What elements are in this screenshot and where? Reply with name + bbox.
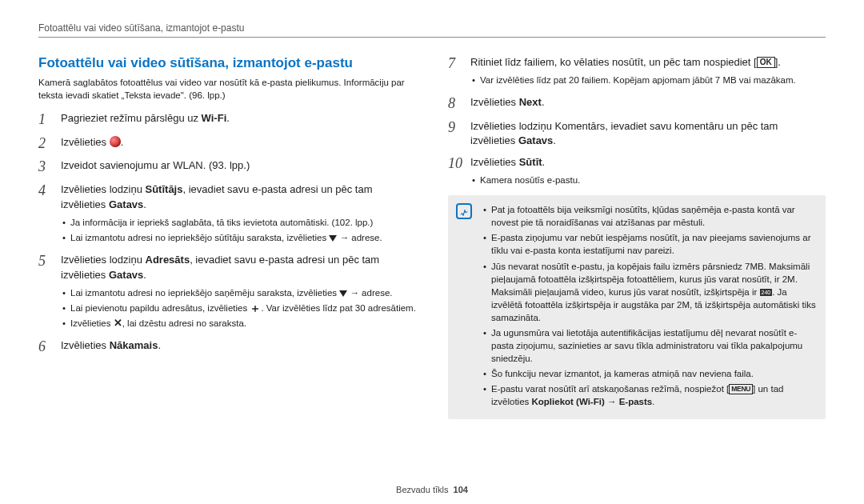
menu-icon: MENU: [729, 384, 753, 394]
plus-icon: ＋: [250, 302, 261, 314]
bullet: Lai izmantotu adresi no iepriekšējo saņē…: [61, 286, 416, 299]
bullet: Lai pievienotu papildu adresātus, izvēli…: [61, 302, 416, 314]
step-text: Izvēlieties: [61, 136, 110, 148]
bullet: Var izvēlēties līdz pat 20 failiem. Kopē…: [470, 74, 826, 86]
step-number: 10: [448, 155, 462, 189]
note-item: Jūs nevarat nosūtīt e-pastu, ja kopējais…: [482, 260, 816, 324]
step-10: 10 Izvēlieties Sūtīt. Kamera nosūtīs e-p…: [448, 155, 826, 189]
intro-text: Kamerā saglabātos fotoattēlus vai video …: [38, 76, 416, 102]
bullet: Ja informācija ir iepriekš saglabāta, tā…: [61, 216, 416, 229]
step-number: 4: [38, 182, 53, 246]
note-item: E-pasta ziņojumu var nebūt iespējams nos…: [482, 231, 816, 257]
left-column: Fotoattēlu vai video sūtīšana, izmantojo…: [38, 55, 416, 419]
resolution-icon: 240: [760, 289, 773, 296]
note-item: E-pastu varat nosūtīt arī atskaņošanas r…: [482, 382, 816, 408]
ok-icon: OK: [757, 57, 775, 68]
right-column: 7 Ritiniet līdz failiem, ko vēlaties nos…: [448, 55, 826, 419]
step-number: 6: [38, 338, 53, 356]
step-number: 8: [448, 95, 462, 113]
breadcrumb: Fotoattēlu vai video sūtīšana, izmantojo…: [38, 22, 826, 38]
email-icon: [110, 136, 121, 147]
bullet: Kamera nosūtīs e-pastu.: [470, 174, 826, 186]
bullet: Lai izmantotu adresi no iepriekšējo sūtī…: [61, 231, 416, 244]
step-number: 9: [448, 119, 462, 150]
page-title: Fotoattēlu vai video sūtīšana, izmantojo…: [38, 55, 416, 71]
chevron-down-icon: [329, 235, 337, 242]
step-number: 1: [38, 111, 53, 129]
note-item: Pat ja fotoattēls bija veiksmīgi nosūtīt…: [482, 203, 816, 229]
wifi-label: Wi-Fi: [202, 112, 227, 124]
info-icon: [456, 203, 472, 219]
step-6: 6 Izvēlieties Nākamais.: [38, 338, 416, 356]
step-number: 3: [38, 158, 53, 176]
step-number: 2: [38, 135, 53, 153]
step-7: 7 Ritiniet līdz failiem, ko vēlaties nos…: [448, 55, 826, 89]
note-item: Ja ugunsmūra vai lietotāja autentifikāci…: [482, 326, 816, 365]
step-4: 4 Izvēlieties lodziņu Sūtītājs, ievadiet…: [38, 182, 416, 246]
page-footer: Bezvadu tīkls 104: [0, 485, 864, 494]
page-number: 104: [454, 485, 468, 494]
footer-section: Bezvadu tīkls: [396, 485, 448, 494]
step-text: Pagrieziet režīmu pārslēgu uz: [61, 112, 202, 124]
step-text: Izveidot savienojumu ar WLAN. (93. lpp.): [61, 159, 250, 171]
step-9: 9 Izvēlieties lodziņu Komentārs, ievadie…: [448, 119, 826, 150]
bullet: Izvēlieties ✕, lai dzēstu adresi no sara…: [61, 317, 416, 330]
step-number: 5: [38, 253, 53, 332]
note-box: Pat ja fotoattēls bija veiksmīgi nosūtīt…: [448, 195, 826, 418]
step-1: 1 Pagrieziet režīmu pārslēgu uz Wi-Fi.: [38, 111, 416, 129]
step-8: 8 Izvēlieties Next.: [448, 95, 826, 113]
step-2: 2 Izvēlieties .: [38, 135, 416, 153]
chevron-down-icon: [339, 290, 347, 297]
close-icon: ✕: [114, 318, 122, 328]
note-item: Šo funkciju nevar izmantot, ja kameras a…: [482, 367, 816, 380]
step-number: 7: [448, 55, 462, 89]
step-5: 5 Izvēlieties lodziņu Adresāts, ievadiet…: [38, 253, 416, 332]
step-3: 3 Izveidot savienojumu ar WLAN. (93. lpp…: [38, 158, 416, 176]
